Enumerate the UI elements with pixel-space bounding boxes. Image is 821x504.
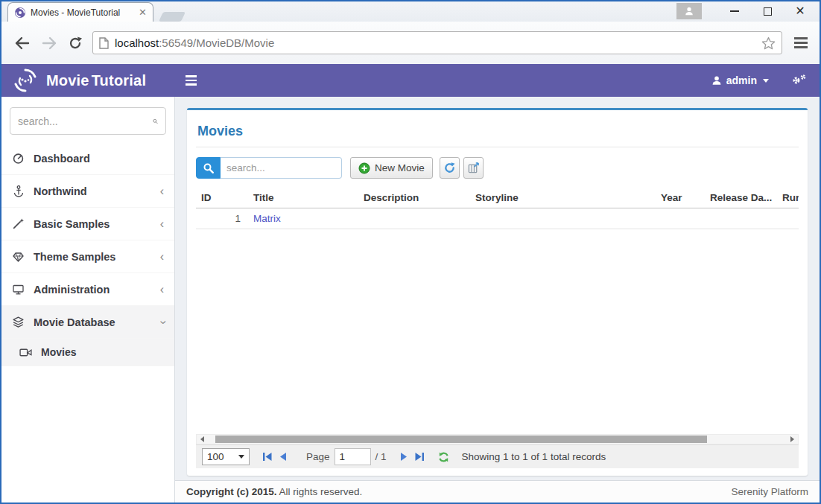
sidebar-item-northwind[interactable]: Northwind ‹ [1, 175, 174, 208]
column-header-title[interactable]: Title [248, 188, 358, 208]
desktop-icon [12, 284, 25, 296]
address-bar[interactable]: localhost:56549/MovieDB/Movie [92, 31, 782, 54]
sidebar: Dashboard Northwind ‹ Basic Samples ‹ [1, 97, 175, 503]
page-label: Page [306, 451, 330, 462]
brand-text: MovieTutorial [46, 72, 146, 89]
chevron-left-icon: ‹ [160, 185, 164, 198]
sidebar-item-label: Dashboard [34, 153, 164, 165]
horizontal-scrollbar [196, 434, 799, 444]
profile-button[interactable] [676, 3, 702, 19]
last-page-button[interactable] [413, 450, 427, 465]
page-icon [99, 37, 109, 49]
new-movie-button[interactable]: New Movie [350, 157, 433, 179]
copyright-text: Copyright (c) 2015. All rights reserved. [186, 486, 362, 497]
pager-bar: 100 Page / 1 [196, 444, 799, 468]
sidebar-toggle-icon[interactable] [186, 75, 197, 86]
anchor-icon [12, 185, 25, 197]
app-header: MovieTutorial admin [1, 64, 820, 97]
sidebar-item-dashboard[interactable]: Dashboard [1, 142, 174, 175]
minimize-button[interactable] [718, 3, 751, 19]
sidebar-item-movies[interactable]: Movies [1, 339, 174, 366]
page-size-select[interactable]: 100 [202, 448, 250, 465]
column-header-year[interactable]: Year [656, 188, 705, 208]
header-right: admin [711, 73, 820, 88]
browser-window: Movies - MovieTutorial ✕ ✕ [0, 0, 821, 504]
close-button[interactable]: ✕ [784, 3, 817, 19]
column-header-storyline[interactable]: Storyline [470, 188, 656, 208]
tab-close-icon[interactable]: ✕ [137, 7, 148, 17]
user-name: admin [726, 74, 757, 86]
chevron-down-icon [763, 79, 769, 83]
cell-id: 1 [196, 208, 248, 229]
bookmark-star-icon[interactable] [761, 36, 776, 50]
sidebar-item-label: Northwind [34, 185, 160, 197]
scroll-left-arrow[interactable] [197, 435, 208, 444]
page-title: Movies [197, 124, 799, 139]
first-page-button[interactable] [260, 450, 274, 465]
column-header-description[interactable]: Description [358, 188, 470, 208]
reload-button[interactable] [68, 36, 83, 51]
column-picker-button[interactable] [463, 157, 484, 179]
sidebar-item-label: Movie Database [34, 316, 160, 328]
brand-part1: Movie [46, 72, 89, 89]
sidebar-item-label: Administration [34, 284, 160, 296]
scrollbar-thumb[interactable] [215, 436, 707, 443]
browser-tab[interactable]: Movies - MovieTutorial ✕ [7, 2, 153, 22]
sidebar-item-theme-samples[interactable]: Theme Samples ‹ [1, 240, 174, 273]
pager-refresh-icon[interactable] [437, 451, 450, 463]
grid-empty-area [196, 229, 799, 434]
main-area: Movies [175, 97, 820, 470]
brand[interactable]: MovieTutorial [1, 67, 175, 94]
user-menu[interactable]: admin [711, 74, 769, 86]
sidebar-item-label: Basic Samples [34, 218, 160, 230]
sidebar-item-label: Movies [41, 346, 164, 358]
refresh-icon [443, 162, 456, 174]
browser-toolbar: localhost:56549/MovieDB/Movie [1, 22, 820, 64]
next-page-button[interactable] [397, 450, 411, 465]
cell-year [656, 208, 705, 229]
person-icon [684, 6, 694, 16]
page-number-input[interactable] [335, 448, 371, 465]
back-button[interactable] [14, 36, 31, 50]
scroll-right-arrow[interactable] [787, 435, 798, 444]
user-icon [711, 75, 722, 86]
select-caret-icon [238, 455, 244, 459]
table-row[interactable]: 1 Matrix [196, 208, 799, 229]
browser-titlebar: Movies - MovieTutorial ✕ ✕ [1, 1, 820, 22]
url-text: localhost:56549/MovieDB/Movie [115, 36, 761, 49]
forward-button[interactable] [41, 36, 57, 50]
previous-page-button[interactable] [276, 450, 290, 465]
scrollbar-track[interactable] [208, 435, 787, 444]
column-header-release-date[interactable]: Release Da... [705, 188, 777, 208]
quick-search-button[interactable] [196, 157, 221, 179]
cell-release-date [705, 208, 777, 229]
page-count: / 1 [375, 451, 387, 462]
chevron-left-icon: ‹ [160, 283, 164, 296]
movie-title-link[interactable]: Matrix [253, 213, 281, 224]
sidebar-item-movie-database[interactable]: Movie Database ‹ [1, 306, 174, 339]
app-body: Dashboard Northwind ‹ Basic Samples ‹ [1, 97, 820, 503]
grid-search-input[interactable] [221, 157, 342, 179]
grid-header-row: ID Title Description Storyline Year Rele… [196, 188, 799, 208]
favicon-swirl-icon [14, 7, 26, 19]
tab-title: Movies - MovieTutorial [31, 7, 137, 18]
serenity-logo-icon [12, 67, 39, 94]
settings-gears-icon[interactable] [790, 73, 808, 88]
cell-runtime [777, 208, 799, 229]
sidebar-search-input[interactable] [18, 115, 153, 127]
minimize-icon [730, 10, 739, 12]
column-picker-icon [468, 162, 479, 173]
new-tab-button[interactable] [159, 12, 186, 22]
copyright-bold: Copyright (c) 2015. [186, 486, 277, 497]
browser-menu-icon[interactable] [794, 37, 808, 48]
sidebar-item-administration[interactable]: Administration ‹ [1, 273, 174, 306]
refresh-button[interactable] [440, 157, 460, 179]
video-camera-icon [19, 347, 32, 358]
quick-search [196, 157, 342, 179]
maximize-button[interactable] [751, 3, 784, 19]
gauge-icon [12, 152, 25, 165]
new-movie-label: New Movie [375, 162, 425, 173]
column-header-id[interactable]: ID [196, 188, 248, 208]
sidebar-item-basic-samples[interactable]: Basic Samples ‹ [1, 208, 174, 240]
column-header-runtime[interactable]: Runtime [777, 188, 799, 208]
